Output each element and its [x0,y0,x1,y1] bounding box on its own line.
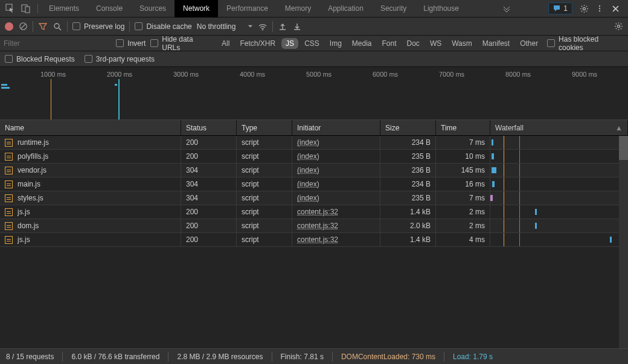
cell-waterfall [490,150,628,163]
dcl-marker [51,79,51,120]
filter-chip-ws[interactable]: WS [426,38,446,49]
col-time[interactable]: Time [436,120,490,135]
table-row[interactable]: main.js304script(index)234 B16 ms [0,177,628,191]
cell-time: 7 ms [436,136,490,149]
tab-network[interactable]: Network [175,0,218,18]
cell-status: 304 [181,177,237,191]
cell-status: 200 [181,233,237,246]
tab-security[interactable]: Security [372,0,415,18]
upload-icon[interactable] [278,22,287,31]
cell-waterfall [490,219,628,232]
status-resources: 2.8 MB / 2.9 MB resources [177,353,263,361]
hide-data-urls-checkbox[interactable]: Hide data URLs [150,35,213,52]
scrollthumb[interactable] [619,136,628,160]
table-row[interactable]: runtime.js200script(index)234 B7 ms [0,136,628,150]
svg-rect-2 [25,7,30,13]
separator [67,21,68,32]
filter-chip-doc[interactable]: Doc [403,38,424,49]
cell-status: 304 [181,191,237,205]
col-size[interactable]: Size [380,120,436,135]
filter-chip-media[interactable]: Media [348,38,376,49]
timeline-tick: 8000 ms [505,71,531,78]
filter-chip-css[interactable]: CSS [300,38,324,49]
col-name[interactable]: Name [0,120,181,135]
cell-initiator: content.js:32 [292,219,380,232]
cell-name: vendor.js [0,164,181,177]
file-icon [5,236,13,244]
filter-chip-fetchxhr[interactable]: Fetch/XHR [236,38,280,49]
device-toggle-icon[interactable] [19,2,33,15]
filter-chip-wasm[interactable]: Wasm [447,38,476,49]
filter-input[interactable] [4,38,111,49]
table-row[interactable]: js.js200scriptcontent.js:321.4 kB2 ms [0,205,628,219]
wifi-icon[interactable] [258,22,268,31]
disable-cache-label: Disable cache [146,22,191,31]
overview-timeline[interactable]: 1000 ms2000 ms3000 ms4000 ms5000 ms6000 … [0,67,628,120]
initiator-link[interactable]: (index) [297,166,319,174]
cell-name: styles.js [0,191,181,205]
clear-icon[interactable] [18,22,28,31]
gear-icon[interactable] [577,2,591,15]
throttling-select[interactable]: No throttling [197,22,254,31]
cell-waterfall [490,191,628,205]
sort-indicator-icon: ▲ [615,124,623,132]
initiator-link[interactable]: content.js:32 [297,222,338,230]
cell-time: 16 ms [436,177,490,191]
col-initiator[interactable]: Initiator [292,120,380,135]
tab-console[interactable]: Console [88,0,131,18]
scrollbar[interactable] [619,136,628,348]
tab-memory[interactable]: Memory [277,0,319,18]
table-row[interactable]: vendor.js304script(index)236 B145 ms [0,164,628,177]
more-tabs-chevron-icon[interactable] [500,2,513,15]
issues-badge[interactable]: 1 [548,2,572,14]
svg-line-9 [21,24,25,29]
download-icon[interactable] [292,22,302,31]
col-status[interactable]: Status [181,120,237,135]
initiator-link[interactable]: (index) [297,180,319,188]
cell-waterfall [490,164,628,177]
col-type[interactable]: Type [237,120,292,135]
inspect-icon[interactable] [4,2,17,15]
cell-size: 1.4 kB [380,233,436,246]
tab-application[interactable]: Application [319,0,372,18]
filter-chip-all[interactable]: All [217,38,234,49]
waterfall-bar [492,153,494,159]
tab-performance[interactable]: Performance [218,0,277,18]
filter-chip-font[interactable]: Font [378,38,401,49]
tab-elements[interactable]: Elements [40,0,88,18]
kebab-icon[interactable] [593,2,606,15]
tab-sources[interactable]: Sources [131,0,175,18]
invert-checkbox[interactable]: Invert [116,39,146,48]
initiator-link[interactable]: (index) [297,138,319,147]
initiator-link[interactable]: (index) [297,152,319,161]
disable-cache-checkbox[interactable]: Disable cache [135,22,191,31]
close-icon[interactable] [609,2,622,15]
filter-icon[interactable] [38,22,48,31]
initiator-link[interactable]: content.js:32 [297,235,338,244]
waterfall-bar [492,181,495,187]
col-waterfall[interactable]: Waterfall▲ [490,120,628,135]
tab-lighthouse[interactable]: Lighthouse [415,0,467,18]
table-row[interactable]: dom.js200scriptcontent.js:322.0 kB2 ms [0,219,628,233]
filter-chip-js[interactable]: JS [281,38,298,49]
table-row[interactable]: js.js200scriptcontent.js:321.4 kB4 ms [0,233,628,247]
cell-initiator: content.js:32 [292,233,380,246]
search-icon[interactable] [53,22,62,31]
filter-chip-other[interactable]: Other [516,38,542,49]
initiator-link[interactable]: content.js:32 [297,208,338,216]
table-row[interactable]: polyfills.js200script(index)235 B10 ms [0,150,628,164]
gear-icon[interactable] [614,22,623,31]
filter-chip-manifest[interactable]: Manifest [478,38,514,49]
cell-waterfall [490,205,628,219]
blocked-requests-checkbox[interactable]: Blocked Requests [5,55,75,63]
table-row[interactable]: styles.js304script(index)235 B7 ms [0,191,628,205]
status-bar: 8 / 15 requests 6.0 kB / 76.6 kB transfe… [0,348,628,364]
blocked-cookies-checkbox[interactable]: Has blocked cookies [547,35,624,52]
filter-chip-img[interactable]: Img [325,38,346,49]
request-table-header: Name Status Type Initiator Size Time Wat… [0,120,628,136]
third-party-checkbox[interactable]: 3rd-party requests [85,55,155,63]
preserve-log-checkbox[interactable]: Preserve log [72,22,124,31]
devtools-tabstrip: ElementsConsoleSourcesNetworkPerformance… [0,0,628,18]
record-button[interactable] [5,22,13,31]
initiator-link[interactable]: (index) [297,194,319,202]
